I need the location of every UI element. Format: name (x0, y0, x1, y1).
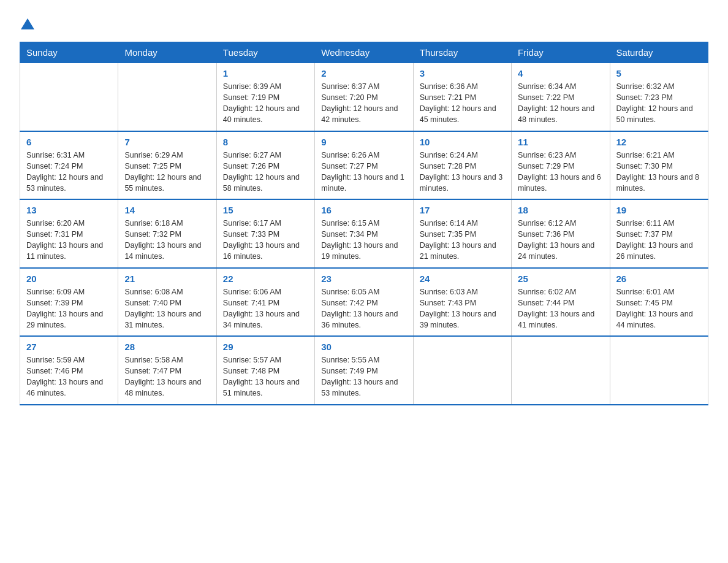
day-number: 8 (223, 137, 308, 147)
calendar-header: SundayMondayTuesdayWednesdayThursdayFrid… (20, 42, 708, 63)
calendar-cell: 18Sunrise: 6:12 AM Sunset: 7:36 PM Dayli… (512, 199, 610, 268)
week-row-4: 20Sunrise: 6:09 AM Sunset: 7:39 PM Dayli… (20, 268, 708, 337)
day-info: Sunrise: 6:14 AM Sunset: 7:35 PM Dayligh… (420, 218, 505, 262)
calendar-cell: 20Sunrise: 6:09 AM Sunset: 7:39 PM Dayli… (20, 268, 118, 337)
calendar-cell: 12Sunrise: 6:21 AM Sunset: 7:30 PM Dayli… (610, 131, 708, 200)
day-info: Sunrise: 6:08 AM Sunset: 7:40 PM Dayligh… (124, 286, 210, 331)
calendar-body: 1Sunrise: 6:39 AM Sunset: 7:19 PM Daylig… (20, 63, 708, 405)
calendar-cell: 5Sunrise: 6:32 AM Sunset: 7:23 PM Daylig… (610, 63, 708, 131)
day-number: 10 (420, 137, 505, 147)
day-info: Sunrise: 6:09 AM Sunset: 7:39 PM Dayligh… (26, 286, 112, 331)
day-info: Sunrise: 6:05 AM Sunset: 7:42 PM Dayligh… (321, 286, 406, 331)
day-info: Sunrise: 6:31 AM Sunset: 7:24 PM Dayligh… (26, 150, 112, 194)
calendar-cell: 14Sunrise: 6:18 AM Sunset: 7:32 PM Dayli… (118, 199, 216, 268)
calendar-cell: 9Sunrise: 6:26 AM Sunset: 7:27 PM Daylig… (315, 131, 413, 200)
day-number: 1 (223, 68, 308, 79)
calendar-cell: 27Sunrise: 5:59 AM Sunset: 7:46 PM Dayli… (20, 336, 118, 405)
day-info: Sunrise: 5:57 AM Sunset: 7:48 PM Dayligh… (223, 354, 308, 399)
page-header (20, 15, 708, 32)
header-row: SundayMondayTuesdayWednesdayThursdayFrid… (20, 42, 708, 63)
calendar-cell: 6Sunrise: 6:31 AM Sunset: 7:24 PM Daylig… (20, 131, 118, 200)
day-number: 18 (518, 205, 603, 215)
day-number: 21 (124, 274, 210, 284)
day-info: Sunrise: 6:12 AM Sunset: 7:36 PM Dayligh… (518, 218, 603, 262)
day-info: Sunrise: 6:26 AM Sunset: 7:27 PM Dayligh… (321, 150, 406, 194)
calendar-cell: 3Sunrise: 6:36 AM Sunset: 7:21 PM Daylig… (413, 63, 511, 131)
day-info: Sunrise: 6:17 AM Sunset: 7:33 PM Dayligh… (223, 218, 308, 262)
calendar-cell: 29Sunrise: 5:57 AM Sunset: 7:48 PM Dayli… (216, 336, 314, 405)
week-row-2: 6Sunrise: 6:31 AM Sunset: 7:24 PM Daylig… (20, 131, 708, 200)
day-number: 17 (420, 205, 505, 215)
day-number: 28 (124, 342, 210, 352)
calendar-cell: 21Sunrise: 6:08 AM Sunset: 7:40 PM Dayli… (118, 268, 216, 337)
calendar-cell: 7Sunrise: 6:29 AM Sunset: 7:25 PM Daylig… (118, 131, 216, 200)
day-info: Sunrise: 6:32 AM Sunset: 7:23 PM Dayligh… (616, 81, 702, 126)
day-info: Sunrise: 6:36 AM Sunset: 7:21 PM Dayligh… (420, 81, 505, 126)
calendar-cell: 13Sunrise: 6:20 AM Sunset: 7:31 PM Dayli… (20, 199, 118, 268)
svg-marker-0 (21, 18, 34, 29)
calendar-cell: 15Sunrise: 6:17 AM Sunset: 7:33 PM Dayli… (216, 199, 314, 268)
calendar-cell: 4Sunrise: 6:34 AM Sunset: 7:22 PM Daylig… (512, 63, 610, 131)
day-info: Sunrise: 5:59 AM Sunset: 7:46 PM Dayligh… (26, 354, 112, 399)
day-info: Sunrise: 6:18 AM Sunset: 7:32 PM Dayligh… (124, 218, 210, 262)
calendar-cell: 2Sunrise: 6:37 AM Sunset: 7:20 PM Daylig… (315, 63, 413, 131)
day-number: 20 (26, 274, 112, 284)
day-info: Sunrise: 6:01 AM Sunset: 7:45 PM Dayligh… (616, 286, 702, 331)
calendar-cell: 16Sunrise: 6:15 AM Sunset: 7:34 PM Dayli… (315, 199, 413, 268)
day-info: Sunrise: 6:21 AM Sunset: 7:30 PM Dayligh… (616, 150, 702, 194)
calendar-cell: 26Sunrise: 6:01 AM Sunset: 7:45 PM Dayli… (610, 268, 708, 337)
calendar-cell (413, 336, 511, 405)
header-day-thursday: Thursday (413, 42, 511, 63)
header-day-sunday: Sunday (20, 42, 118, 63)
calendar-cell (610, 336, 708, 405)
calendar-cell: 25Sunrise: 6:02 AM Sunset: 7:44 PM Dayli… (512, 268, 610, 337)
day-info: Sunrise: 6:29 AM Sunset: 7:25 PM Dayligh… (124, 150, 210, 194)
calendar-cell: 30Sunrise: 5:55 AM Sunset: 7:49 PM Dayli… (315, 336, 413, 405)
day-number: 30 (321, 342, 406, 352)
day-number: 23 (321, 274, 406, 284)
day-number: 22 (223, 274, 308, 284)
day-info: Sunrise: 5:55 AM Sunset: 7:49 PM Dayligh… (321, 354, 406, 399)
day-number: 13 (26, 205, 112, 215)
header-day-tuesday: Tuesday (216, 42, 314, 63)
day-number: 26 (616, 274, 702, 284)
header-day-wednesday: Wednesday (315, 42, 413, 63)
day-number: 14 (124, 205, 210, 215)
day-number: 5 (616, 68, 702, 79)
day-info: Sunrise: 6:06 AM Sunset: 7:41 PM Dayligh… (223, 286, 308, 331)
day-number: 12 (616, 137, 702, 147)
day-number: 16 (321, 205, 406, 215)
calendar-cell: 17Sunrise: 6:14 AM Sunset: 7:35 PM Dayli… (413, 199, 511, 268)
day-number: 24 (420, 274, 505, 284)
day-info: Sunrise: 6:02 AM Sunset: 7:44 PM Dayligh… (518, 286, 603, 331)
day-info: Sunrise: 6:34 AM Sunset: 7:22 PM Dayligh… (518, 81, 603, 126)
calendar-cell (118, 63, 216, 131)
day-number: 6 (26, 137, 112, 147)
header-day-monday: Monday (118, 42, 216, 63)
day-info: Sunrise: 6:39 AM Sunset: 7:19 PM Dayligh… (223, 81, 308, 126)
header-day-friday: Friday (512, 42, 610, 63)
day-number: 4 (518, 68, 603, 79)
calendar-cell: 24Sunrise: 6:03 AM Sunset: 7:43 PM Dayli… (413, 268, 511, 337)
day-info: Sunrise: 6:15 AM Sunset: 7:34 PM Dayligh… (321, 218, 406, 262)
calendar-cell: 19Sunrise: 6:11 AM Sunset: 7:37 PM Dayli… (610, 199, 708, 268)
day-info: Sunrise: 6:37 AM Sunset: 7:20 PM Dayligh… (321, 81, 406, 126)
calendar-cell: 23Sunrise: 6:05 AM Sunset: 7:42 PM Dayli… (315, 268, 413, 337)
day-number: 27 (26, 342, 112, 352)
day-info: Sunrise: 6:24 AM Sunset: 7:28 PM Dayligh… (420, 150, 505, 194)
calendar-cell: 8Sunrise: 6:27 AM Sunset: 7:26 PM Daylig… (216, 131, 314, 200)
calendar-cell: 22Sunrise: 6:06 AM Sunset: 7:41 PM Dayli… (216, 268, 314, 337)
calendar-cell (512, 336, 610, 405)
header-day-saturday: Saturday (610, 42, 708, 63)
calendar-cell: 11Sunrise: 6:23 AM Sunset: 7:29 PM Dayli… (512, 131, 610, 200)
calendar-cell: 10Sunrise: 6:24 AM Sunset: 7:28 PM Dayli… (413, 131, 511, 200)
calendar-cell (20, 63, 118, 131)
day-number: 7 (124, 137, 210, 147)
day-number: 29 (223, 342, 308, 352)
day-number: 15 (223, 205, 308, 215)
day-info: Sunrise: 6:20 AM Sunset: 7:31 PM Dayligh… (26, 218, 112, 262)
calendar-table: SundayMondayTuesdayWednesdayThursdayFrid… (20, 42, 708, 405)
day-info: Sunrise: 5:58 AM Sunset: 7:47 PM Dayligh… (124, 354, 210, 399)
day-number: 19 (616, 205, 702, 215)
day-info: Sunrise: 6:03 AM Sunset: 7:43 PM Dayligh… (420, 286, 505, 331)
